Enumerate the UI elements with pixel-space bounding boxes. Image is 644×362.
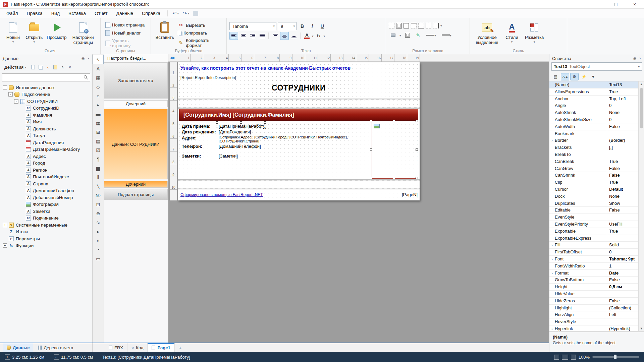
property-expander-icon[interactable]	[549, 137, 555, 144]
maximize-button[interactable]: □	[606, 0, 625, 8]
align-right-button[interactable]	[248, 32, 257, 40]
property-row[interactable]: BreakTo	[549, 151, 638, 158]
property-value[interactable]	[607, 130, 638, 137]
conditional-highlight-button[interactable]: ab Условное выделение	[473, 20, 501, 47]
line-style-button[interactable]: ▾	[425, 31, 438, 39]
property-row[interactable]: CanBreak True	[549, 158, 638, 165]
property-value[interactable]: Date	[607, 270, 638, 277]
property-row[interactable]: Bookmark	[549, 130, 638, 137]
property-row[interactable]: Brackets [,]	[549, 144, 638, 151]
property-value[interactable]: [,]	[607, 144, 638, 151]
tool-button[interactable]: ▸	[93, 227, 104, 236]
property-row[interactable]: Font Tahoma; 9pt	[549, 256, 638, 263]
tool-button[interactable]: ◔	[93, 245, 104, 254]
tool-button[interactable]: ‖	[93, 173, 104, 182]
property-row[interactable]: Clip True	[549, 179, 638, 186]
property-value[interactable]: True	[607, 228, 638, 235]
property-expander-icon[interactable]	[549, 263, 555, 269]
property-expander-icon[interactable]	[549, 256, 555, 262]
tree-expander-icon[interactable]	[20, 168, 24, 172]
field-label[interactable]: Заметки:	[182, 154, 201, 159]
property-value[interactable]: 0	[607, 102, 638, 109]
markup-button[interactable]: Разметка ▾	[522, 20, 546, 47]
menu-item[interactable]: Отчет	[90, 9, 112, 18]
property-row[interactable]: AutoWidth False	[549, 123, 638, 130]
menu-item[interactable]: Файл	[2, 9, 22, 18]
properties-scrollbar[interactable]: ▲ ▼	[638, 81, 644, 331]
tool-button[interactable]: ╲	[93, 182, 104, 191]
property-value[interactable]: Top, Left	[607, 96, 638, 102]
property-expander-icon[interactable]	[549, 96, 555, 102]
band-divider[interactable]	[178, 179, 420, 181]
property-expander-icon[interactable]	[549, 88, 555, 95]
search-icon[interactable]	[83, 75, 89, 80]
tab-data[interactable]: Данные	[3, 343, 33, 352]
single-page-view-icon[interactable]	[554, 355, 559, 360]
property-expander-icon[interactable]	[549, 165, 555, 172]
property-value[interactable]: 0,5 см	[607, 284, 638, 290]
tool-button[interactable]: ⊡	[93, 200, 104, 209]
tool-button[interactable]: ▆	[93, 164, 104, 173]
property-expander-icon[interactable]	[549, 284, 555, 290]
tool-button[interactable]: ▸	[93, 100, 104, 109]
bold-button[interactable]: B	[298, 22, 307, 30]
field-label[interactable]: Дата рождения:	[182, 129, 216, 134]
tree-item[interactable]: Заметки	[0, 208, 92, 215]
tree-expander-icon[interactable]	[20, 140, 24, 145]
field-value-notes[interactable]: [Заметки]	[219, 154, 238, 159]
property-expander-icon[interactable]	[549, 144, 555, 151]
selection-handle[interactable]	[216, 125, 218, 127]
property-row[interactable]: AllowExpressions True	[549, 88, 638, 96]
filter-button[interactable]: ▼	[589, 73, 597, 80]
tool-button[interactable]: ▤	[93, 136, 104, 145]
property-row[interactable]: Anchor Top, Left	[549, 96, 638, 103]
tree-expander-icon[interactable]	[20, 106, 24, 110]
property-row[interactable]: Fill Solid	[549, 242, 638, 249]
scroll-up-icon[interactable]: ▲	[640, 81, 643, 87]
property-value[interactable]: False	[607, 298, 638, 304]
band-report-title[interactable]: Заголовок отчета	[104, 62, 168, 99]
property-row[interactable]: (Name) Text13	[549, 81, 638, 88]
property-row[interactable]: HoverStyle	[549, 318, 638, 325]
tree-expander-icon[interactable]: +	[3, 243, 7, 248]
tree-item[interactable]: ДомашнийТелефон	[0, 187, 92, 194]
align-bottom-button[interactable]	[289, 32, 298, 40]
move-up-icon[interactable]: ∧	[60, 64, 66, 70]
border-all-button[interactable]	[396, 23, 402, 28]
close-icon[interactable]: ×	[639, 56, 641, 61]
property-row[interactable]: FontWidthRatio 1	[549, 263, 638, 270]
selection-handle[interactable]	[240, 121, 242, 124]
selection-handle[interactable]	[370, 120, 372, 122]
menu-item[interactable]: Вид	[47, 9, 64, 18]
property-value[interactable]: None	[607, 193, 638, 200]
property-row[interactable]: Cursor Default	[549, 186, 638, 193]
tree-expander-icon[interactable]	[20, 195, 24, 200]
data-header-band[interactable]: [Сотрудники.Имя] [Сотрудники.Фамилия]	[179, 109, 418, 121]
property-expander-icon[interactable]	[549, 207, 555, 214]
field-value-birth-date[interactable]: [ДатаРождения]	[219, 129, 251, 134]
property-value[interactable]: Text13	[607, 81, 638, 88]
page-width-view-icon[interactable]	[562, 355, 568, 360]
band-divider[interactable]	[178, 99, 420, 100]
tool-button[interactable]: №	[93, 191, 104, 200]
tool-button[interactable]: ▦	[93, 118, 104, 127]
configure-bands-button[interactable]: Настроить бэнды...	[104, 54, 168, 62]
field-label[interactable]: Дата приема:	[182, 124, 211, 129]
selection-handle[interactable]	[216, 121, 218, 124]
search-input[interactable]	[2, 75, 83, 80]
line-width-button[interactable]: ▾	[440, 31, 453, 39]
tree-item[interactable]: Титул	[0, 132, 92, 139]
selection-handle[interactable]	[240, 129, 242, 131]
property-value[interactable]: Show	[607, 200, 638, 207]
copy-format-button[interactable]: ✎ Копировать формат	[176, 37, 224, 49]
tree-item[interactable]: ДатаРождения	[0, 139, 92, 146]
selection-handle[interactable]	[416, 148, 418, 151]
tree-item[interactable]: + Функции	[0, 242, 92, 249]
underline-button[interactable]: U	[318, 22, 327, 30]
tree-expander-icon[interactable]	[3, 230, 7, 234]
property-expander-icon[interactable]	[549, 186, 555, 193]
view-item-icon[interactable]	[52, 64, 58, 70]
tree-item[interactable]: Подчинение	[0, 215, 92, 222]
property-expander-icon[interactable]	[549, 151, 555, 158]
border-none-button[interactable]	[389, 23, 394, 28]
